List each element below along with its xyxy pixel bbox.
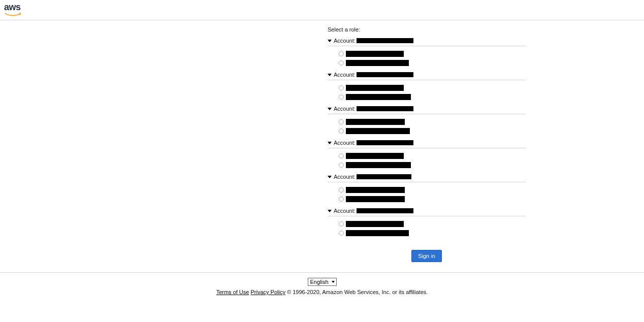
content: Select a role: Account:Account:Account:A… bbox=[0, 20, 644, 262]
caret-down-icon bbox=[328, 74, 332, 76]
role-item[interactable] bbox=[339, 126, 526, 136]
header: aws bbox=[0, 0, 644, 20]
role-list bbox=[328, 114, 526, 139]
account-header[interactable]: Account: bbox=[328, 207, 526, 216]
role-radio[interactable] bbox=[339, 128, 344, 134]
footer-links: Terms of Use Privacy Policy © 1996-2020,… bbox=[0, 289, 644, 295]
account-header[interactable]: Account: bbox=[328, 173, 526, 182]
account-name-redacted bbox=[357, 72, 413, 77]
role-list bbox=[328, 46, 526, 71]
role-list bbox=[328, 216, 526, 241]
caret-down-icon bbox=[328, 210, 332, 212]
role-radio[interactable] bbox=[339, 153, 344, 158]
role-item[interactable] bbox=[339, 195, 526, 204]
role-item[interactable] bbox=[339, 49, 526, 58]
footer: English Terms of Use Privacy Policy © 19… bbox=[0, 273, 644, 295]
role-radio[interactable] bbox=[339, 231, 344, 236]
account-label: Account: bbox=[334, 174, 356, 180]
role-name-redacted bbox=[346, 187, 405, 193]
language-select[interactable]: English bbox=[308, 278, 337, 286]
account-label: Account: bbox=[334, 72, 356, 78]
role-radio[interactable] bbox=[339, 94, 344, 100]
role-item[interactable] bbox=[339, 219, 526, 229]
account-header[interactable]: Account: bbox=[328, 139, 526, 148]
role-name-redacted bbox=[346, 153, 404, 159]
role-item[interactable] bbox=[339, 92, 526, 102]
role-list bbox=[328, 80, 526, 105]
accounts-list: Account:Account:Account:Account:Account:… bbox=[328, 37, 526, 241]
role-radio[interactable] bbox=[339, 60, 344, 66]
role-item[interactable] bbox=[339, 229, 526, 238]
account-header[interactable]: Account: bbox=[328, 71, 526, 80]
account-label: Account: bbox=[334, 208, 356, 214]
role-radio[interactable] bbox=[339, 221, 344, 227]
role-radio[interactable] bbox=[339, 85, 344, 90]
role-name-redacted bbox=[346, 94, 411, 100]
account-name-redacted bbox=[357, 140, 413, 145]
signin-row: Sign in bbox=[328, 250, 526, 262]
select-role-prompt: Select a role: bbox=[328, 26, 526, 33]
role-name-redacted bbox=[346, 119, 405, 125]
role-name-redacted bbox=[346, 85, 404, 91]
copyright-text: © 1996-2020, Amazon Web Services, Inc. o… bbox=[287, 289, 428, 295]
role-item[interactable] bbox=[339, 58, 526, 68]
role-name-redacted bbox=[346, 221, 404, 227]
role-name-redacted bbox=[346, 60, 409, 66]
role-list bbox=[328, 148, 526, 173]
role-list bbox=[328, 182, 526, 207]
role-item[interactable] bbox=[339, 151, 526, 160]
role-name-redacted bbox=[346, 51, 404, 57]
account-label: Account: bbox=[334, 140, 356, 146]
role-item[interactable] bbox=[339, 117, 526, 126]
account-name-redacted bbox=[357, 106, 413, 111]
signin-button[interactable]: Sign in bbox=[411, 250, 442, 262]
role-radio[interactable] bbox=[339, 119, 344, 124]
caret-down-icon bbox=[328, 176, 332, 178]
role-name-redacted bbox=[346, 230, 409, 236]
role-panel: Select a role: Account:Account:Account:A… bbox=[328, 20, 526, 262]
caret-down-icon bbox=[328, 40, 332, 42]
account-name-redacted bbox=[357, 174, 411, 179]
caret-down-icon bbox=[328, 142, 332, 144]
role-radio[interactable] bbox=[339, 187, 344, 192]
role-item[interactable] bbox=[339, 83, 526, 92]
caret-down-icon bbox=[328, 108, 332, 110]
role-radio[interactable] bbox=[339, 51, 344, 56]
aws-smile-icon bbox=[4, 13, 22, 18]
role-name-redacted bbox=[346, 128, 410, 134]
aws-wordmark: aws bbox=[4, 2, 22, 13]
terms-link[interactable]: Terms of Use bbox=[216, 289, 249, 295]
role-name-redacted bbox=[346, 162, 411, 168]
account-header[interactable]: Account: bbox=[328, 105, 526, 114]
account-name-redacted bbox=[357, 38, 413, 43]
role-item[interactable] bbox=[339, 185, 526, 195]
account-header[interactable]: Account: bbox=[328, 37, 526, 46]
privacy-link[interactable]: Privacy Policy bbox=[250, 289, 285, 295]
role-name-redacted bbox=[346, 196, 405, 202]
language-select-wrap[interactable]: English bbox=[308, 278, 337, 286]
account-label: Account: bbox=[334, 38, 356, 44]
role-item[interactable] bbox=[339, 160, 526, 170]
role-radio[interactable] bbox=[339, 163, 344, 168]
account-name-redacted bbox=[357, 208, 413, 213]
role-radio[interactable] bbox=[339, 197, 344, 202]
aws-logo: aws bbox=[4, 2, 22, 19]
account-label: Account: bbox=[334, 106, 356, 112]
